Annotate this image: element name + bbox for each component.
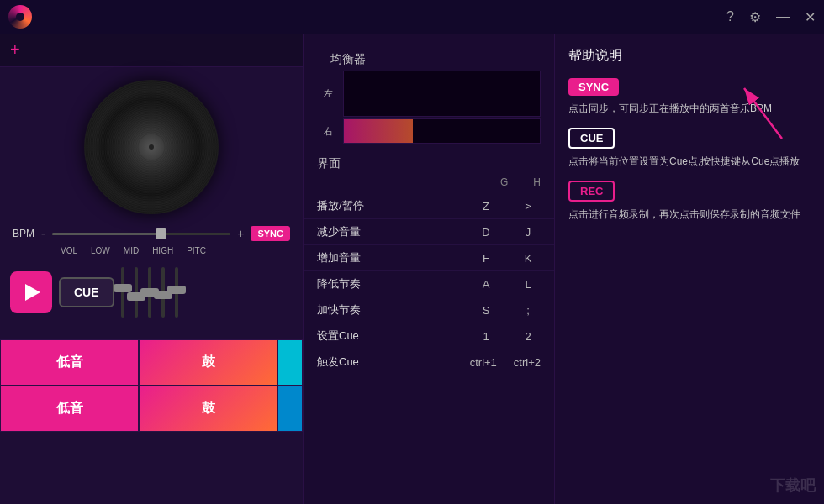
shortcut-row: 增加音量 F K <box>304 245 554 271</box>
bpm-slider-fill <box>52 233 160 235</box>
shortcut-name: 触发Cue <box>317 354 470 370</box>
shortcut-key-2: K <box>515 252 541 265</box>
vinyl-disc <box>84 80 219 214</box>
eq-right-label: 右 <box>317 123 340 139</box>
bpm-plus-button[interactable]: + <box>237 227 244 240</box>
help-item: REC 点击进行音频录制，再次点击则保存录制的音频文件 <box>568 181 811 222</box>
beat-pad-cyan-1[interactable] <box>277 339 303 386</box>
shortcut-name: 设置Cue <box>317 328 473 344</box>
pitch-label: PITC <box>187 246 206 255</box>
help-icon[interactable]: ? <box>726 9 734 24</box>
titlebar: ? ⚙ — ✕ <box>0 0 824 34</box>
shortcut-keys: D J <box>473 226 541 239</box>
bpm-row: BPM - + SYNC <box>0 221 303 246</box>
col-h-header: H <box>533 176 541 192</box>
fader-pitch-thumb[interactable] <box>167 286 186 294</box>
shortcut-key-1: Z <box>473 200 499 213</box>
shortcut-name: 增加音量 <box>317 250 473 265</box>
help-desc: 点击进行音频录制，再次点击则保存录制的音频文件 <box>568 207 811 222</box>
fader-mid <box>148 267 151 326</box>
col-g-header: G <box>500 176 508 192</box>
shortcut-keys: Z > <box>473 200 541 213</box>
titlebar-controls: ? ⚙ — ✕ <box>726 9 816 25</box>
fader-low-track[interactable] <box>135 267 138 318</box>
shortcut-keys: ctrl+1 ctrl+2 <box>470 356 541 369</box>
settings-icon[interactable]: ⚙ <box>749 9 761 25</box>
shortcut-row: 加快节奏 S ; <box>304 297 554 323</box>
vol-label: VOL <box>61 246 77 255</box>
shortcut-key-2: 2 <box>515 330 541 343</box>
left-panel: + BPM - + SYNC VOL LOW MID HIGH PITC CUE <box>0 34 303 504</box>
watermark: 下载吧 <box>770 475 816 496</box>
ui-section: 界面 - G H <box>304 150 554 193</box>
shortcut-name: 加快节奏 <box>317 302 473 318</box>
right-panel: 帮助说明 SYNC 点击同步，可同步正在播放中的两首音乐BPM CUE 点击将当… <box>555 34 824 504</box>
help-badge: CUE <box>568 128 615 149</box>
shortcut-key-2: ; <box>515 304 541 317</box>
shortcut-key-1: A <box>473 278 499 291</box>
cue-button[interactable]: CUE <box>59 277 114 307</box>
shortcut-row: 设置Cue 1 2 <box>304 323 554 349</box>
fader-pitch-track[interactable] <box>175 267 178 318</box>
shortcut-keys: 1 2 <box>473 330 541 343</box>
top-bar: + <box>0 34 303 67</box>
help-badge: REC <box>568 181 615 202</box>
shortcut-key-2: L <box>515 278 541 291</box>
play-button[interactable] <box>10 271 52 313</box>
fader-vol <box>121 267 124 326</box>
help-desc: 点击将当前位置设置为Cue点,按快捷键从Cue点播放 <box>568 154 811 169</box>
bpm-minus-button[interactable]: - <box>41 227 45 240</box>
fader-low <box>135 267 138 326</box>
shortcut-rows: 播放/暂停 Z > 减少音量 D J 增加音量 F K 降低节奏 A L 加快节… <box>304 193 554 375</box>
beat-pad-drum-2[interactable]: 鼓 <box>139 386 277 432</box>
svg-line-1 <box>744 88 782 139</box>
beat-pad-bass-2[interactable]: 低音 <box>0 386 139 432</box>
close-icon[interactable]: ✕ <box>805 9 816 25</box>
bpm-slider-thumb[interactable] <box>156 228 166 239</box>
bpm-slider-track[interactable] <box>52 233 231 235</box>
ui-title: 界面 <box>304 150 554 175</box>
shortcut-keys: S ; <box>473 304 541 317</box>
shortcut-keys: F K <box>473 252 541 265</box>
fader-vol-track[interactable] <box>121 267 124 318</box>
eq-left-label: 左 <box>317 86 340 102</box>
shortcut-key-1: ctrl+1 <box>470 356 497 369</box>
fader-high <box>161 267 165 326</box>
fader-mid-track[interactable] <box>148 267 151 318</box>
shortcut-key-1: F <box>473 252 499 265</box>
fader-vol-thumb[interactable] <box>114 284 132 292</box>
shortcut-key-2: ctrl+2 <box>514 356 541 369</box>
minimize-icon[interactable]: — <box>776 9 790 24</box>
eq-section: 均衡器 左 右 <box>304 42 554 146</box>
app-icon <box>8 5 32 29</box>
beat-pad-bass-1[interactable]: 低音 <box>0 339 139 386</box>
arrow-container <box>732 80 799 147</box>
beat-pad-cyan-2[interactable] <box>277 386 303 432</box>
help-badge: SYNC <box>568 78 619 96</box>
high-label: HIGH <box>152 246 173 255</box>
shortcut-name: 降低节奏 <box>317 276 473 291</box>
shortcut-key-2: J <box>515 226 541 239</box>
beat-pad-drum-1[interactable]: 鼓 <box>139 339 277 386</box>
sync-button[interactable]: SYNC <box>251 226 290 241</box>
shortcut-row: 降低节奏 A L <box>304 271 554 297</box>
eq-visual: 左 右 <box>317 71 541 146</box>
beat-pads-row-2: 低音 鼓 <box>0 386 303 432</box>
vinyl-center <box>139 134 164 160</box>
shortcut-key-2: > <box>515 200 541 213</box>
fader-high-track[interactable] <box>161 267 165 318</box>
bpm-label: BPM <box>13 228 34 239</box>
vol-labels: VOL LOW MID HIGH PITC <box>50 246 303 255</box>
col-headers: - G H <box>304 175 554 193</box>
beat-pads-row-1: 低音 鼓 <box>0 339 303 386</box>
add-track-icon[interactable]: + <box>10 40 20 60</box>
mid-label: MID <box>124 246 139 255</box>
arrow-svg <box>732 80 799 147</box>
shortcut-row: 播放/暂停 Z > <box>304 193 554 219</box>
shortcut-row: 触发Cue ctrl+1 ctrl+2 <box>304 349 554 375</box>
shortcut-name: 播放/暂停 <box>317 198 473 213</box>
shortcut-key-1: D <box>473 226 499 239</box>
fader-pitch <box>175 267 178 326</box>
shortcut-key-1: S <box>473 304 499 317</box>
shortcut-keys: A L <box>473 278 541 291</box>
